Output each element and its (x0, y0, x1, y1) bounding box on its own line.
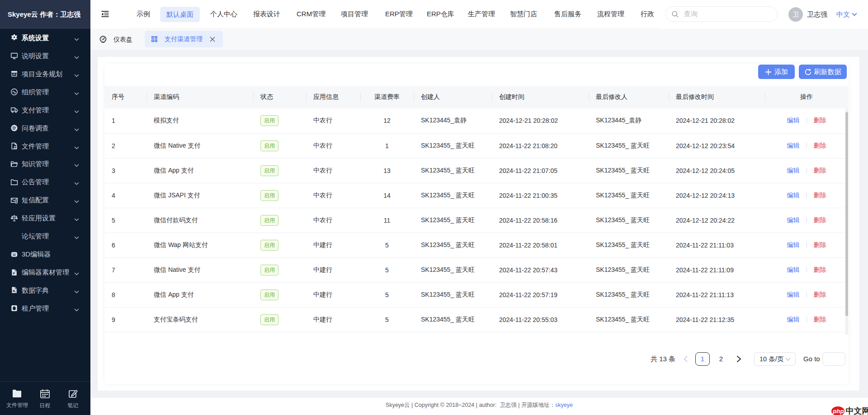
svg-text:php: php (832, 408, 844, 415)
svg-text:中文网: 中文网 (846, 406, 868, 415)
svg-text:P: P (13, 271, 15, 275)
